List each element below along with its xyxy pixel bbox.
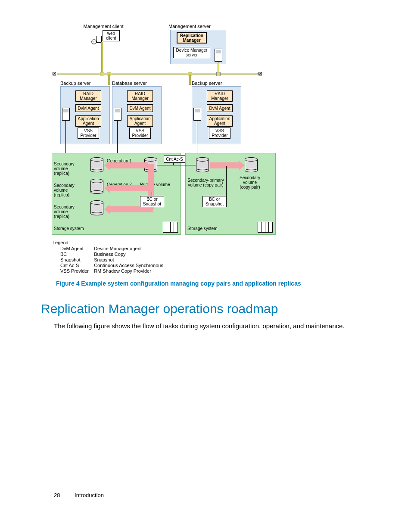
storage-icon [258, 222, 273, 233]
cylinder-icon [196, 157, 209, 172]
label-sec-replica-3: Secondary volume (replica) [54, 205, 80, 219]
dvm-agent-box: DvM Agent [127, 104, 153, 112]
app-agent-box: Application Agent [207, 115, 233, 127]
flow-arrow [210, 162, 240, 168]
server-icon [114, 108, 121, 121]
vss-provider-box: VSS Provider [129, 128, 151, 139]
dvm-agent-box: DvM Agent [207, 104, 233, 112]
web-client-box: web client [103, 30, 120, 41]
server-icon [215, 49, 222, 62]
net-terminator-icon: ⊠ [52, 71, 57, 76]
legend-row: Snapshot: Snapshot [60, 257, 166, 263]
bc-snapshot-box-2: BC or Snapshot [202, 196, 227, 207]
bc-snapshot-box-1: BC or Snapshot [140, 196, 164, 207]
network-bus [57, 73, 258, 75]
net-node-icon [216, 72, 221, 76]
legend-table: DvM Agent: Device Manager agent BC: Busi… [60, 246, 166, 274]
arrow-head-icon [104, 160, 110, 171]
arrow-head-icon [239, 160, 245, 171]
flow-arrow [110, 206, 153, 212]
label-sec-replica-2: Secondary volume (replica) [54, 183, 80, 197]
legend-row: DvM Agent: Device Manager agent [60, 246, 166, 252]
label-sec-primary: Secondary-primary volume (copy pair) [185, 178, 226, 187]
section-heading: Replication Manager operations roadmap [41, 302, 278, 316]
raid-manager-box: RAID Manager [127, 90, 153, 102]
page-number: 28 [54, 492, 60, 498]
flow-arrow [110, 185, 153, 191]
label-sec-copy: Secondary volume (copy pair) [233, 175, 267, 190]
legend-row: Cnt Ac-S: Continuous Access Synchronous [60, 263, 166, 268]
server-icon [193, 108, 201, 121]
legend-title: Legend: [53, 240, 70, 245]
net-node-icon [100, 72, 104, 76]
arrow-head-icon [104, 204, 110, 215]
label-mgmt-client: Management client [78, 24, 129, 29]
replication-manager-box: Replication Manager [177, 32, 207, 44]
arrow-head-icon [104, 183, 110, 193]
storage-icon [163, 222, 178, 233]
label-storage-system-1: Storage system [54, 226, 93, 231]
cylinder-icon [90, 200, 103, 215]
label-sec-replica-1: Secondary volume (replica) [54, 162, 80, 176]
label-storage-system-2: Storage system [187, 226, 226, 231]
server-icon [62, 108, 70, 121]
app-agent-box: Application Agent [127, 115, 153, 127]
architecture-diagram: Management client Management server web … [52, 24, 280, 278]
vss-provider-box: VSS Provider [78, 128, 99, 139]
body-paragraph: The following figure shows the flow of t… [54, 322, 381, 330]
vss-provider-box: VSS Provider [209, 128, 230, 139]
cnt-ac-s-box: Cnt Ac-S [164, 155, 185, 163]
cylinder-icon [90, 157, 103, 172]
dvm-agent-box: DvM Agent [75, 104, 101, 112]
raid-manager-box: RAID Manager [207, 90, 233, 102]
label-backup-server-2: Backup server [192, 81, 230, 86]
legend-row: BC: Business Copy [60, 252, 166, 257]
net-terminator-icon: ⊠ [258, 71, 263, 76]
label-mgmt-server: Management server [164, 24, 215, 29]
cylinder-icon [90, 179, 103, 194]
label-backup-server: Backup server [60, 81, 99, 86]
device-manager-box: Device Manager server [173, 47, 210, 58]
app-agent-box: Application Agent [75, 115, 101, 127]
section-name: Introduction [75, 492, 104, 498]
figure-caption: Figure 4 Example system configuration ma… [56, 280, 358, 287]
cylinder-icon [245, 157, 258, 172]
raid-manager-box: RAID Manager [75, 90, 101, 102]
flow-arrow [110, 162, 148, 168]
page-footer: 28 Introduction [54, 492, 104, 498]
legend-row: VSS Provider: RM Shadow Copy Provider [60, 268, 166, 274]
label-database-server: Database server [112, 81, 155, 86]
